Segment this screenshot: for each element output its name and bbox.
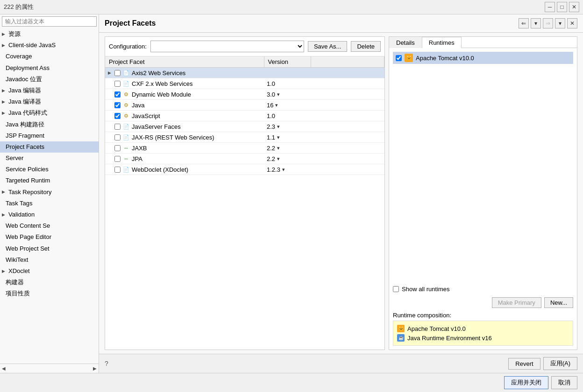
sidebar-item[interactable]: Server [0, 153, 99, 164]
sidebar-item[interactable]: ▶Java 代码样式 [0, 107, 99, 119]
sidebar-item[interactable]: ▶Validation [0, 209, 99, 220]
facet-checkbox[interactable] [114, 70, 121, 76]
sidebar-item[interactable]: ▶Java 编译器 [0, 96, 99, 107]
sidebar-item[interactable]: Service Policies [0, 164, 99, 175]
restore-button[interactable]: □ [557, 2, 567, 12]
table-row[interactable]: 📄JAX-RS (REST Web Services) 1.1▾ [105, 132, 384, 143]
sidebar-item-label: Task Tags [6, 199, 33, 208]
close-button[interactable]: ✕ [569, 2, 579, 12]
java-comp-icon: ☕ [397, 334, 405, 342]
minimize-button[interactable]: ─ [545, 2, 555, 12]
runtime-checkbox[interactable] [396, 55, 402, 61]
sidebar-item[interactable]: Javadoc 位置 [0, 74, 99, 85]
facet-checkbox[interactable] [114, 91, 121, 98]
help-icon[interactable]: ? [105, 360, 108, 367]
table-row[interactable]: 📄CXF 2.x Web Services 1.0 [105, 78, 384, 89]
close-panel-button[interactable]: ✕ [567, 18, 577, 28]
apply-button[interactable]: 应用(A) [543, 357, 577, 370]
table-row[interactable]: ▶📄Axis2 Web Services [105, 68, 384, 78]
sidebar-item[interactable]: ▶Client-side JavaS [0, 40, 99, 51]
show-all-checkbox[interactable] [393, 286, 399, 292]
version-value: 1.1 [267, 134, 275, 141]
new-runtime-button[interactable]: New... [544, 297, 573, 308]
cancel-button[interactable]: 取消 [551, 376, 577, 389]
doc-icon: 📄 [122, 123, 130, 130]
sidebar-item[interactable]: Deployment Ass [0, 63, 99, 74]
version-dropdown-icon[interactable]: ▾ [277, 124, 280, 130]
sidebar-item[interactable]: Web Project Set [0, 243, 99, 254]
apply-close-button[interactable]: 应用并关闭 [504, 376, 548, 389]
sidebar-item[interactable]: Targeted Runtim [0, 175, 99, 186]
main-panel: Configuration: Save As... Delete Project… [99, 33, 583, 354]
sidebar-item[interactable]: Web Page Editor [0, 231, 99, 243]
sidebar-item[interactable]: 构建器 [0, 277, 99, 288]
scroll-left-icon[interactable]: ◀ [2, 366, 6, 371]
sidebar-item[interactable]: WikiText [0, 254, 99, 266]
facet-checkbox[interactable] [114, 81, 121, 87]
sidebar-item-label: Deployment Ass [6, 64, 50, 72]
save-as-button[interactable]: Save As... [308, 41, 348, 52]
tab-details[interactable]: Details [389, 37, 422, 48]
version-value: 2.3 [267, 123, 275, 130]
make-primary-button[interactable]: Make Primary [492, 297, 541, 308]
facet-checkbox[interactable] [114, 156, 121, 162]
sidebar-item[interactable]: ▶Task Repository [0, 187, 99, 198]
back-button[interactable]: ⇐ [519, 18, 529, 28]
runtime-item[interactable]: 🐱 Apache Tomcat v10.0 [393, 52, 573, 64]
sidebar-item[interactable]: ▶XDoclet [0, 266, 99, 277]
facet-checkbox[interactable] [114, 124, 121, 130]
config-select[interactable] [150, 41, 304, 52]
table-row[interactable]: ↔JAXB 2.2▾ [105, 143, 384, 154]
facet-checkbox[interactable] [114, 113, 121, 119]
comp-tomcat-label: Apache Tomcat v10.0 [407, 325, 466, 332]
sidebar-item[interactable]: Task Tags [0, 198, 99, 209]
forward-dropdown-button[interactable]: ▾ [555, 18, 565, 28]
version-dropdown-icon[interactable]: ▾ [282, 167, 285, 173]
arrows-icon: ↔ [122, 144, 130, 152]
forward-button[interactable]: ⇒ [543, 18, 553, 28]
filter-input[interactable] [2, 16, 97, 27]
sidebar-item-label: WikiText [6, 256, 28, 264]
sidebar-item-label: Server [6, 154, 23, 162]
sidebar-item-label: 构建器 [6, 278, 24, 287]
version-dropdown-icon[interactable]: ▾ [277, 91, 280, 98]
sidebar-item[interactable]: Project Facets [0, 141, 99, 153]
revert-button[interactable]: Revert [508, 358, 540, 370]
version-dropdown-icon[interactable]: ▾ [275, 102, 278, 108]
sidebar-item[interactable]: Web Content Se [0, 220, 99, 231]
sidebar: ▶资源▶Client-side JavaSCoverageDeployment … [0, 14, 99, 373]
version-dropdown-icon[interactable]: ▾ [277, 134, 280, 140]
sidebar-item[interactable]: Java 构建路径 [0, 119, 99, 130]
table-row[interactable]: 📄WebDoclet (XDoclet) 1.2.3▾ [105, 164, 384, 175]
table-row[interactable]: ⚙Dynamic Web Module 3.0▾ [105, 89, 384, 100]
table-row[interactable]: ↔JPA 2.2▾ [105, 154, 384, 164]
version-dropdown-icon[interactable]: ▾ [277, 156, 280, 162]
table-row[interactable]: ⚙Java 16▾ [105, 100, 384, 111]
sidebar-item-label: Targeted Runtim [6, 176, 50, 185]
scroll-right-icon[interactable]: ▶ [93, 366, 97, 371]
gear-icon: ⚙ [122, 91, 130, 98]
sidebar-item[interactable]: Coverage [0, 51, 99, 62]
delete-button[interactable]: Delete [351, 41, 381, 52]
sidebar-item[interactable]: ▶资源 [0, 28, 99, 40]
back-dropdown-button[interactable]: ▾ [531, 18, 541, 28]
sidebar-item[interactable]: 项目性质 [0, 288, 99, 299]
gear-icon: ⚙ [122, 101, 130, 109]
facet-checkbox[interactable] [114, 167, 121, 173]
version-value: 16 [267, 102, 273, 109]
details-panel: Details Runtimes 🐱 Apache Tomcat v10.0 S… [389, 36, 577, 350]
facet-checkbox[interactable] [114, 134, 121, 140]
sidebar-item[interactable]: ▶Java 编辑器 [0, 85, 99, 96]
sidebar-item-label: Client-side JavaS [8, 41, 56, 49]
version-value: 1.0 [267, 112, 275, 119]
facet-label: Axis2 Web Services [132, 70, 185, 77]
facet-checkbox[interactable] [114, 145, 121, 151]
sidebar-item[interactable]: JSP Fragment [0, 130, 99, 141]
version-dropdown-icon[interactable]: ▾ [277, 145, 280, 151]
doc-icon: 📄 [122, 166, 130, 173]
table-row[interactable]: 📄JavaServer Faces 2.3▾ [105, 121, 384, 132]
table-row[interactable]: ⚙JavaScript 1.0 [105, 111, 384, 121]
facet-checkbox[interactable] [114, 102, 121, 108]
tab-runtimes[interactable]: Runtimes [422, 37, 462, 48]
row-expand-icon[interactable]: ▶ [108, 70, 113, 75]
